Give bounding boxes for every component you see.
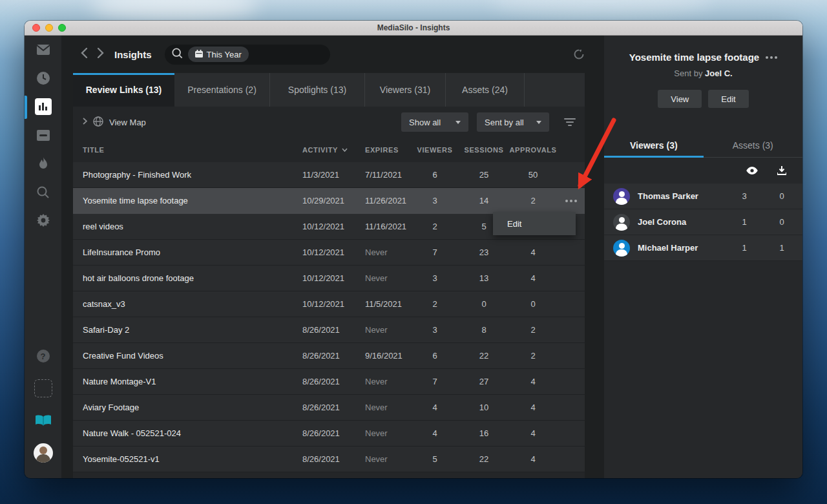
sender-name: Joel C. [705,68,733,78]
help-icon: ? [37,350,50,362]
sidebar-bottom: ? [34,340,53,478]
table-row[interactable]: Nature Walk - 052521-024 8/26/2021 Never… [73,421,585,446]
filter-icon[interactable] [564,118,576,126]
calendar-icon [195,50,203,59]
viewer-avatar [613,240,630,257]
search-icon [172,48,183,61]
table-row[interactable]: Safari-Day 2 8/26/2021 Never 3 8 2 [73,317,585,343]
sidebar-item-account[interactable] [34,437,53,469]
tab-strip: Presentations (2) Spotlights (13) Viewer… [174,73,585,107]
cloud-decoration [491,0,711,17]
table-row[interactable]: Nature Montage-V1 8/26/2021 Never 7 27 4 [73,369,585,395]
view-map-label: View Map [109,118,146,127]
download-icon [766,166,797,175]
sidebar-item-library[interactable] [34,404,53,437]
viewer-row[interactable]: Thomas Parker 3 0 [604,184,802,209]
active-item-indicator [25,96,27,119]
close-window-button[interactable] [32,24,40,32]
sidebar: ? [25,36,61,478]
tab-viewers[interactable]: Viewers (31) [365,73,446,107]
tab-spotlights[interactable]: Spotlights (13) [270,73,365,107]
column-viewers: VIEWERS [410,146,459,154]
sidebar-item-insights[interactable] [25,92,61,121]
table-row[interactable]: LifeInsurance Promo 10/12/2021 Never 7 2… [73,240,585,266]
sidebar-item-settings[interactable] [25,206,61,235]
sidebar-item-drop-target[interactable] [34,372,53,404]
book-icon [35,415,52,426]
sidebar-item-search[interactable] [25,178,61,206]
titlebar: MediaSilo - Insights [25,21,802,36]
back-button[interactable] [81,48,87,61]
detail-panel: Yosemite time lapse footage Sent by Joel… [604,36,802,478]
column-approvals: APPROVALS [508,146,558,154]
cloud-decoration [90,0,258,22]
sent-by-filter-value: Sent by all [485,118,524,127]
show-filter-dropdown[interactable]: Show all [401,112,468,132]
desktop-wallpaper: MediaSilo - Insights [0,0,827,504]
table-row-selected[interactable]: Yosemite time lapse footage 10/29/2021 1… [73,188,585,214]
detail-tab-viewers[interactable]: Viewers (3) [604,134,704,157]
row-more-options-icon[interactable] [565,200,577,202]
tray-icon [37,130,50,141]
edit-button[interactable]: Edit [708,90,748,108]
table-row[interactable]: Yosemite-052521-v1 8/26/2021 Never 5 22 … [73,446,585,472]
table-row[interactable]: Photography - Finished Work 11/3/2021 7/… [73,162,585,188]
drop-target [34,379,52,397]
tab-review-links[interactable]: Review Links (13) [73,73,174,107]
viewer-row[interactable]: Joel Corona 1 0 [604,209,802,235]
view-map-toggle[interactable]: View Map [83,116,146,129]
sort-chevron-down-icon [342,148,348,152]
user-avatar [34,443,53,463]
refresh-button[interactable] [573,48,585,60]
detail-tab-assets[interactable]: Assets (3) [704,134,803,157]
sent-by-filter-dropdown[interactable]: Sent by all [477,112,549,132]
table-row[interactable]: Aviary Footage 8/26/2021 Never 4 10 4 [73,395,585,421]
bar-chart-icon [35,98,52,115]
eye-icon [738,167,766,174]
filter-row: View Map Show all Sent by all [73,107,585,138]
column-sessions: SESSIONS [459,146,508,154]
column-activity-sort[interactable]: ACTIVITY [302,146,365,154]
tab-presentations[interactable]: Presentations (2) [174,73,270,107]
sidebar-item-projects[interactable] [25,121,61,149]
chevron-down-icon [455,121,461,124]
search-filter-tag-label: This Year [207,50,242,59]
tab-assets[interactable]: Assets (24) [446,73,525,107]
view-button[interactable]: View [658,90,702,108]
window-title: MediaSilo - Insights [377,23,450,32]
column-title: TITLE [83,146,302,154]
minimize-window-button[interactable] [45,24,53,32]
table-row[interactable]: Creative Fund Videos 8/26/2021 9/16/2021… [73,343,585,369]
zoom-window-button[interactable] [58,24,66,32]
detail-title: Yosemite time lapse footage [629,52,759,63]
chevron-down-icon [536,121,541,124]
app-window: MediaSilo - Insights [25,21,802,478]
table-row[interactable]: hot air balloons drone footage 10/12/202… [73,266,585,291]
viewer-row[interactable]: Michael Harper 1 1 [604,235,802,261]
context-menu: Edit [493,212,576,235]
search-filter-tag[interactable]: This Year [188,47,249,62]
sidebar-item-activity[interactable] [25,149,61,178]
viewer-avatar [613,214,630,231]
column-expires: EXPIRES [365,146,410,154]
flame-icon [38,157,48,170]
detail-more-options-icon[interactable] [766,56,777,59]
sidebar-item-mail[interactable] [25,36,61,64]
gear-icon [37,214,50,227]
clock-icon [37,72,50,85]
table-row[interactable]: catsnax_v3 10/12/2021 11/5/2021 2 0 0 [73,291,585,317]
search-icon [37,186,49,198]
globe-icon [93,116,103,129]
nav-bar: Insights This Year [73,36,585,73]
sidebar-item-recent[interactable] [25,64,61,92]
detail-tab-bar: Viewers (3) Assets (3) [604,134,802,158]
search-input[interactable]: This Year [165,45,330,65]
avatar-torso [36,454,50,463]
context-menu-edit[interactable]: Edit [507,219,521,229]
page-title: Insights [114,49,152,60]
forward-button[interactable] [98,48,104,61]
window-controls [32,24,66,32]
mail-icon [37,45,50,55]
sidebar-item-help[interactable]: ? [34,340,53,372]
show-filter-value: Show all [409,118,441,127]
